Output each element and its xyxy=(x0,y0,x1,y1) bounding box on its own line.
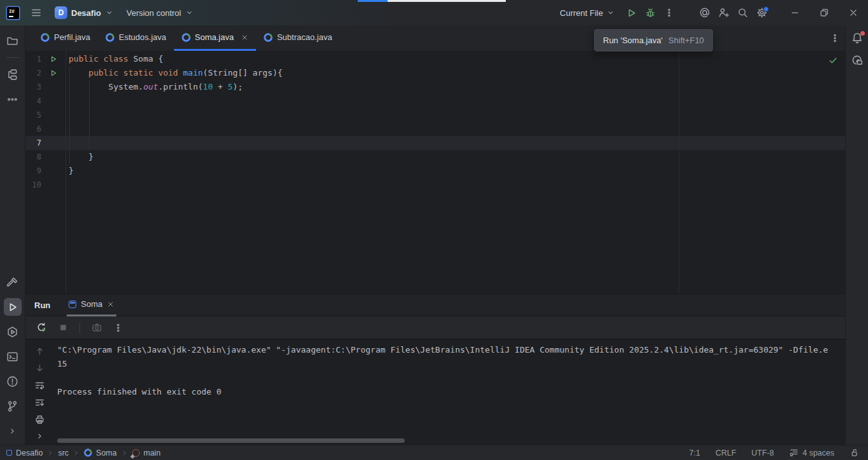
tab-Estudos.java[interactable]: Estudos.java xyxy=(98,25,173,51)
soft-wrap-icon[interactable] xyxy=(34,380,45,391)
breadcrumb-Soma[interactable]: Soma xyxy=(84,449,117,457)
line-separator[interactable]: CRLF xyxy=(715,449,736,457)
print-icon[interactable] xyxy=(34,414,45,425)
tab-Soma.java[interactable]: Soma.java xyxy=(174,25,256,51)
indent-guide xyxy=(89,80,90,150)
run-console-tab[interactable]: Soma xyxy=(67,294,116,316)
breadcrumb-separator-icon xyxy=(73,450,79,456)
line-number: 4 xyxy=(25,94,41,108)
tab-label: Subtracao.java xyxy=(277,32,332,42)
tab-Perfil.java[interactable]: Perfil.java xyxy=(33,25,98,51)
editor-line-4[interactable]: 4 xyxy=(25,94,845,108)
editor-line-9[interactable]: 9} xyxy=(25,164,845,178)
editor-line-10[interactable]: 10 xyxy=(25,178,845,192)
jetbrains-ai-icon[interactable] xyxy=(695,3,714,22)
close-console-icon[interactable] xyxy=(107,301,114,308)
console-output[interactable]: "C:\Program Files\Java\jdk-22\bin\java.e… xyxy=(53,340,845,445)
terminal-tool-icon[interactable] xyxy=(4,348,22,365)
structure-tool-icon[interactable] xyxy=(4,65,22,83)
console-line: 15 xyxy=(57,357,845,371)
breadcrumb-Desafio[interactable]: Desafio xyxy=(6,449,43,457)
gutter-space xyxy=(41,94,65,108)
main-menu-icon[interactable] xyxy=(27,3,46,22)
editor-line-1[interactable]: 1public class Soma { xyxy=(25,52,845,66)
expand-gutter-icon[interactable] xyxy=(35,431,44,441)
problems-tool-icon[interactable] xyxy=(4,372,22,390)
editor-line-5[interactable]: 5 xyxy=(25,108,845,122)
prev-occurrence-icon[interactable] xyxy=(34,346,45,356)
line-number: 2 xyxy=(25,66,41,80)
editor-line-6[interactable]: 6 xyxy=(25,122,845,136)
run-toolbar xyxy=(25,316,845,339)
notifications-bell-icon[interactable] xyxy=(851,32,864,44)
editor-line-7[interactable]: 7 xyxy=(25,136,845,150)
ai-assistant-tool-icon[interactable] xyxy=(851,54,864,67)
build-tool-icon[interactable] xyxy=(4,273,22,291)
line-number: 9 xyxy=(25,164,41,178)
tab-options-icon[interactable] xyxy=(830,33,840,43)
java-class-icon xyxy=(182,33,191,42)
scroll-to-end-icon[interactable] xyxy=(34,397,45,408)
line-number: 10 xyxy=(25,178,41,192)
file-encoding[interactable]: UTF-8 xyxy=(752,449,774,457)
project-widget[interactable]: D Desafio xyxy=(55,6,114,19)
chevron-expand-icon[interactable] xyxy=(4,422,22,440)
run-panel-title: Run xyxy=(25,301,50,310)
vcs-label: Version control xyxy=(126,8,181,18)
readonly-lock-icon[interactable] xyxy=(850,448,859,457)
version-control-tool-icon[interactable] xyxy=(4,397,22,415)
window-restore-button[interactable] xyxy=(810,0,839,25)
run-configuration-label: Current File xyxy=(560,8,603,18)
code-with-me-add-user-icon[interactable] xyxy=(714,3,733,22)
run-button[interactable] xyxy=(621,3,641,22)
project-avatar: D xyxy=(55,6,67,19)
settings-icon[interactable] xyxy=(752,3,771,22)
run-configuration-selector[interactable]: Current File xyxy=(560,8,615,18)
next-occurrence-icon[interactable] xyxy=(34,363,45,374)
search-everywhere-icon[interactable] xyxy=(733,3,752,22)
gutter-space xyxy=(41,108,65,122)
debug-button[interactable] xyxy=(641,3,660,22)
status-bar: DesafiosrcSomamain 7:1 CRLF UTF-8 4 spac… xyxy=(0,445,868,460)
indent-setting[interactable]: 4 spaces xyxy=(789,448,834,457)
caret-position[interactable]: 7:1 xyxy=(689,449,700,457)
gutter-space xyxy=(41,136,65,150)
editor-line-3[interactable]: 3 System.out.println(10 + 5); xyxy=(25,80,845,94)
chevron-down-icon xyxy=(105,8,114,17)
rerun-button[interactable] xyxy=(33,320,50,336)
line-number: 8 xyxy=(25,150,41,164)
services-tool-icon[interactable] xyxy=(4,323,22,341)
code-text: } xyxy=(65,164,74,178)
indent-config-icon xyxy=(789,448,799,457)
more-actions-icon[interactable] xyxy=(660,3,679,22)
editor-line-8[interactable]: 8 } xyxy=(25,150,845,164)
breadcrumb-src[interactable]: src xyxy=(58,449,69,457)
code-text: public static void main(String[] args){ xyxy=(65,66,283,80)
chevron-down-icon xyxy=(185,8,194,17)
stop-button[interactable] xyxy=(55,320,71,336)
breadcrumb-main[interactable]: main xyxy=(132,449,161,457)
run-line-gutter-icon[interactable] xyxy=(41,66,65,80)
close-tab-icon[interactable] xyxy=(241,34,248,41)
project-icon xyxy=(6,450,12,456)
intellij-window: IU D Desafio Version control Current Fil… xyxy=(0,0,868,460)
editor-line-2[interactable]: 2 public static void main(String[] args)… xyxy=(25,66,845,80)
horizontal-scrollbar[interactable] xyxy=(57,438,405,443)
more-tool-windows-icon[interactable] xyxy=(4,90,22,108)
run-tool-window-icon[interactable] xyxy=(4,298,22,316)
tab-Subtracao.java[interactable]: Subtracao.java xyxy=(256,25,340,51)
window-close-button[interactable] xyxy=(839,0,868,25)
run-line-gutter-icon[interactable] xyxy=(41,52,65,66)
toolbar-divider xyxy=(6,57,19,58)
console-options-icon[interactable] xyxy=(110,320,126,336)
window-minimize-button[interactable] xyxy=(780,0,810,25)
code-editor[interactable]: 1public class Soma {2 public static void… xyxy=(25,51,845,294)
screenshot-camera-icon[interactable] xyxy=(88,320,105,336)
java-class-icon xyxy=(41,33,50,42)
inspections-ok-icon[interactable] xyxy=(828,55,838,65)
project-tool-icon[interactable] xyxy=(4,32,22,50)
gutter-space xyxy=(41,164,65,178)
breadcrumb-separator-icon xyxy=(47,450,53,456)
console-gutter xyxy=(25,340,53,445)
vcs-widget[interactable]: Version control xyxy=(126,8,194,18)
